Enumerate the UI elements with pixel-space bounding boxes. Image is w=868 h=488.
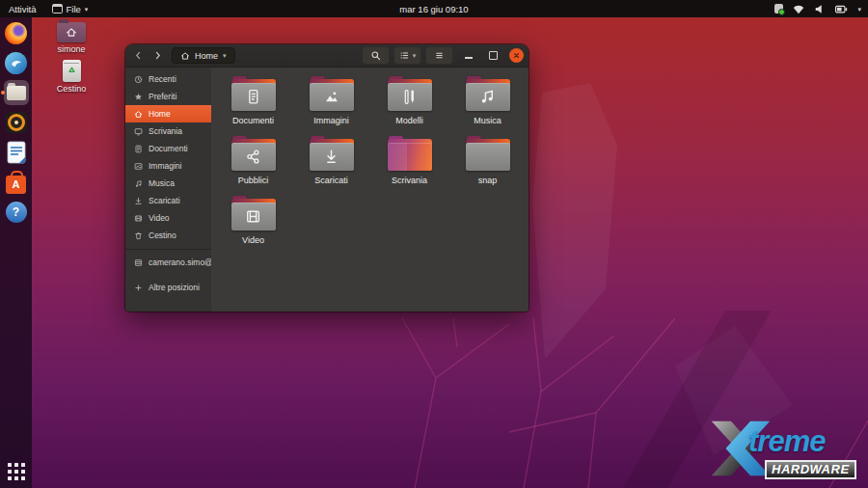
folder-scrivania[interactable]: Scrivania — [370, 135, 448, 195]
folder-scaricati[interactable]: Scaricati — [292, 135, 370, 195]
folder-icon — [466, 79, 510, 111]
desktop-icon-trash[interactable]: Cestino — [44, 60, 98, 94]
home-folder-icon — [57, 22, 86, 42]
search-icon — [370, 50, 381, 61]
folder-snap[interactable]: snap — [448, 135, 527, 195]
show-applications-button[interactable] — [8, 463, 25, 480]
close-button[interactable] — [509, 48, 524, 63]
dock-item-rhythmbox[interactable] — [4, 110, 29, 135]
logo-treme-text: treme — [748, 424, 825, 459]
view-toggle-button[interactable]: ▾ — [394, 47, 420, 64]
sidebar-item-cestino[interactable]: Cestino — [125, 227, 211, 244]
titlebar[interactable]: Home ▾ ▾ — [125, 44, 529, 68]
minimize-button[interactable] — [461, 48, 476, 64]
home-icon — [180, 51, 190, 61]
help-icon: ? — [6, 202, 27, 223]
dock-item-ubuntu-software[interactable]: A — [4, 170, 29, 195]
desktop-icon-label: Cestino — [44, 84, 98, 94]
sidebar-item-immagini[interactable]: Immagini — [125, 157, 211, 175]
sidebar-item-account-drive[interactable]: camerano.simo@… — [125, 254, 211, 271]
volume-icon[interactable] — [814, 3, 826, 14]
dock: A ? — [0, 17, 32, 488]
dock-item-help[interactable]: ? — [4, 200, 29, 225]
libreoffice-writer-icon — [7, 141, 26, 164]
download-icon — [134, 197, 143, 205]
logo-hardware-text: HARDWARE — [765, 460, 856, 479]
location-label: Home — [195, 51, 218, 61]
image-glyph-icon — [322, 88, 340, 106]
chevron-down-icon[interactable]: ▾ — [857, 6, 861, 13]
document-glyph-icon — [244, 88, 262, 106]
sidebar-item-musica[interactable]: Musica — [125, 175, 211, 192]
dock-item-libreoffice-writer[interactable] — [4, 140, 29, 165]
clock-icon — [134, 75, 143, 84]
window-icon — [52, 4, 63, 14]
image-icon — [134, 162, 143, 171]
music-icon — [134, 179, 143, 188]
sidebar-item-home[interactable]: Home — [125, 105, 211, 122]
search-button[interactable] — [363, 47, 389, 64]
sidebar-separator — [125, 249, 211, 250]
folder-icon — [231, 199, 276, 230]
xtremehardware-watermark: treme HARDWARE — [710, 417, 864, 482]
app-menu[interactable]: File ▾ — [52, 4, 89, 14]
desktop-icon-home-folder[interactable]: simone — [44, 19, 98, 54]
indicator-icon[interactable] — [774, 4, 783, 14]
sidebar-item-video[interactable]: Video — [125, 209, 211, 227]
folder-musica[interactable]: Musica — [448, 75, 527, 135]
trash-icon — [134, 231, 143, 240]
folder-immagini[interactable]: Immagini — [292, 75, 370, 135]
app-menu-label: File — [67, 4, 81, 14]
templates-glyph-icon — [400, 88, 419, 106]
menu-button[interactable] — [426, 47, 452, 64]
battery-icon[interactable] — [834, 3, 849, 14]
chevron-down-icon: ▾ — [223, 52, 227, 59]
files-window: Home ▾ ▾ Recenti Preferiti — [125, 44, 529, 312]
system-tray[interactable]: ▾ — [774, 3, 868, 15]
files-icon — [7, 86, 26, 100]
folder-icon — [310, 139, 354, 171]
drive-icon — [134, 258, 143, 267]
wifi-icon[interactable] — [792, 3, 805, 15]
folder-video[interactable]: Video — [214, 195, 292, 255]
home-icon — [134, 110, 143, 119]
clock[interactable]: mar 16 giu 09:10 — [399, 4, 468, 14]
desktop-icon-label: simone — [44, 44, 98, 54]
share-glyph-icon — [244, 148, 262, 166]
firefox-icon — [5, 22, 27, 44]
sidebar-item-documenti[interactable]: Documenti — [125, 140, 211, 157]
running-indicator-dot — [1, 91, 5, 95]
sidebar-item-preferiti[interactable]: Preferiti — [125, 88, 211, 105]
forward-button[interactable] — [149, 47, 166, 64]
download-glyph-icon — [322, 148, 340, 166]
folder-icon — [231, 79, 276, 111]
plus-icon — [134, 284, 143, 292]
film-icon — [134, 214, 143, 223]
sidebar-item-altre-posizioni[interactable]: Altre posizioni — [125, 279, 211, 296]
list-view-icon — [399, 50, 410, 61]
desktop-icon — [134, 127, 143, 136]
folder-icon — [466, 139, 510, 171]
document-icon — [134, 145, 143, 153]
star-icon — [134, 93, 143, 101]
maximize-button[interactable] — [485, 48, 501, 64]
thunderbird-icon — [5, 52, 27, 74]
sidebar: Recenti Preferiti Home Scrivania Documen… — [125, 68, 211, 312]
rhythmbox-icon — [6, 112, 27, 133]
dock-item-thunderbird[interactable] — [4, 50, 29, 75]
sidebar-item-recenti[interactable]: Recenti — [125, 70, 211, 88]
folder-modelli[interactable]: Modelli — [370, 75, 448, 135]
activities-button[interactable]: Attività — [9, 4, 37, 14]
sidebar-item-scrivania[interactable]: Scrivania — [125, 122, 211, 140]
close-icon — [512, 51, 521, 60]
folder-documenti[interactable]: Documenti — [214, 75, 292, 135]
folder-icon — [231, 139, 276, 171]
folder-icon — [310, 79, 354, 111]
back-button[interactable] — [130, 47, 147, 64]
folder-pubblici[interactable]: Pubblici — [214, 135, 292, 195]
file-view[interactable]: Documenti Immagini Modelli — [211, 68, 529, 312]
dock-item-files[interactable] — [4, 80, 29, 105]
path-bar[interactable]: Home ▾ — [172, 47, 235, 64]
dock-item-firefox[interactable] — [4, 20, 29, 45]
sidebar-item-scaricati[interactable]: Scaricati — [125, 192, 211, 209]
